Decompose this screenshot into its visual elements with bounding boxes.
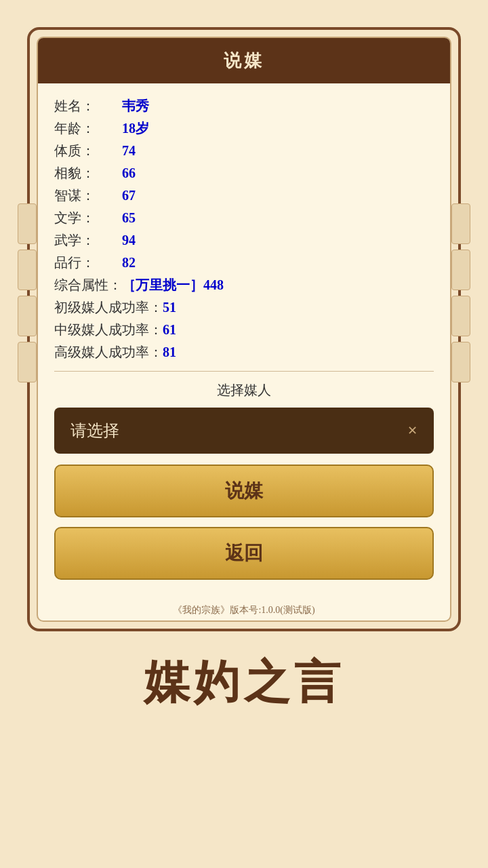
info-age-row: 年龄： 18岁 xyxy=(54,119,434,138)
wisdom-label: 智谋： xyxy=(54,186,122,205)
info-name-row: 姓名： 韦秀 xyxy=(54,97,434,115)
info-martial-row: 武学： 94 xyxy=(54,231,434,250)
info-composite-row: 综合属性： ［万里挑一］448 xyxy=(54,276,434,294)
side-tab-1 xyxy=(18,203,37,244)
martial-label: 武学： xyxy=(54,231,122,250)
conduct-label: 品行： xyxy=(54,254,122,272)
composite-value: ［万里挑一］448 xyxy=(122,276,224,294)
outer-frame: 说媒 姓名： 韦秀 年龄： 18岁 体质： 74 相貌： 66 智谋： xyxy=(27,27,461,631)
divider-1 xyxy=(54,371,434,372)
info-conduct-row: 品行： 82 xyxy=(54,254,434,272)
age-label: 年龄： xyxy=(54,119,122,138)
select-placeholder: 请选择 xyxy=(70,420,119,441)
beginner-value: 51 xyxy=(163,300,176,315)
dropdown-arrow-icon: ✕ xyxy=(407,423,418,438)
literature-value: 65 xyxy=(122,210,136,226)
wisdom-value: 67 xyxy=(122,188,136,203)
matchmake-button[interactable]: 说媒 xyxy=(54,465,434,517)
conduct-value: 82 xyxy=(122,255,136,271)
mid-label: 中级媒人成功率： xyxy=(54,321,163,339)
bottom-title: 媒妁之言 xyxy=(144,652,344,713)
side-tab-r4 xyxy=(451,342,470,382)
info-appearance-row: 相貌： 66 xyxy=(54,164,434,182)
side-tab-4 xyxy=(18,342,37,382)
side-tabs-left xyxy=(18,203,37,382)
name-label: 姓名： xyxy=(54,97,122,115)
constitution-label: 体质： xyxy=(54,142,122,160)
info-constitution-row: 体质： 74 xyxy=(54,142,434,160)
side-tab-r1 xyxy=(451,203,470,244)
dialog-header: 说媒 xyxy=(38,38,450,83)
side-tab-r3 xyxy=(451,296,470,336)
info-beginner-row: 初级媒人成功率： 51 xyxy=(54,298,434,317)
mid-value: 61 xyxy=(163,322,176,338)
back-button[interactable]: 返回 xyxy=(54,527,434,580)
advanced-value: 81 xyxy=(163,344,176,360)
side-tab-3 xyxy=(18,296,37,336)
age-value: 18岁 xyxy=(122,119,149,138)
constitution-value: 74 xyxy=(122,143,136,159)
martial-value: 94 xyxy=(122,233,136,248)
inner-card: 说媒 姓名： 韦秀 年龄： 18岁 体质： 74 相貌： 66 智谋： xyxy=(37,37,451,622)
name-value: 韦秀 xyxy=(122,97,149,115)
card-body: 姓名： 韦秀 年龄： 18岁 体质： 74 相貌： 66 智谋： 67 文学： … xyxy=(38,83,450,593)
dialog-title: 说媒 xyxy=(224,51,264,71)
side-tabs-right xyxy=(451,203,470,382)
side-tab-r2 xyxy=(451,250,470,290)
literature-label: 文学： xyxy=(54,209,122,227)
beginner-label: 初级媒人成功率： xyxy=(54,298,163,317)
version-footer: 《我的宗族》版本号:1.0.0(测试版) xyxy=(38,600,450,620)
select-label: 选择媒人 xyxy=(54,381,434,399)
info-advanced-row: 高级媒人成功率： 81 xyxy=(54,343,434,361)
info-wisdom-row: 智谋： 67 xyxy=(54,186,434,205)
appearance-label: 相貌： xyxy=(54,164,122,182)
advanced-label: 高级媒人成功率： xyxy=(54,343,163,361)
composite-label: 综合属性： xyxy=(54,276,122,294)
appearance-value: 66 xyxy=(122,165,136,181)
matchmaker-select-button[interactable]: 请选择 ✕ xyxy=(54,408,434,454)
info-literature-row: 文学： 65 xyxy=(54,209,434,227)
side-tab-2 xyxy=(18,250,37,290)
info-mid-row: 中级媒人成功率： 61 xyxy=(54,321,434,339)
